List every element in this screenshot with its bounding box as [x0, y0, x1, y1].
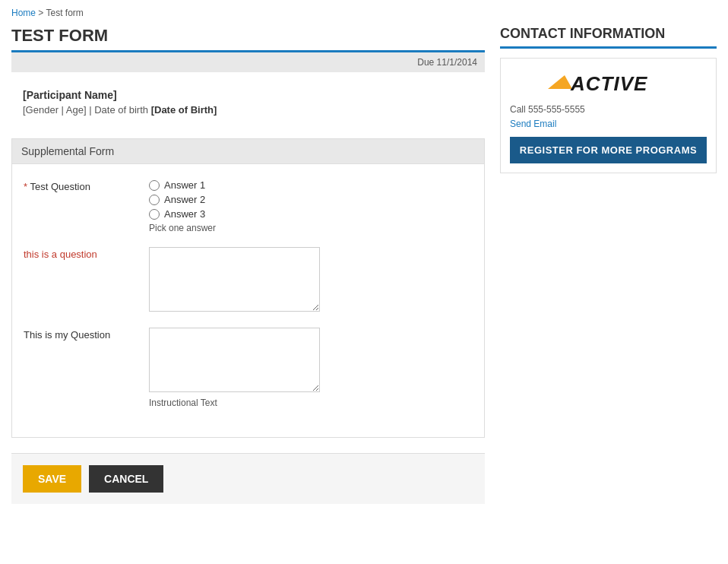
- contact-email[interactable]: Send Email: [510, 118, 707, 129]
- question-2-textarea[interactable]: [149, 247, 320, 312]
- form-body: Test Question Answer 1 Answer 2: [12, 164, 484, 437]
- sidebar-card: ACTIVE Call 555-555-5555 Send Email REGI…: [500, 58, 717, 173]
- breadcrumb-home[interactable]: Home: [11, 8, 36, 18]
- question-1-label: Test Question: [24, 179, 149, 192]
- answer-2-radio[interactable]: [149, 195, 160, 205]
- breadcrumb-current: Test form: [46, 8, 84, 18]
- question-2-control: [149, 247, 473, 314]
- participant-gender-age: [Gender | Age]: [23, 104, 87, 116]
- participant-name: [Participant Name]: [23, 89, 473, 101]
- answer-radio-group: Answer 1 Answer 2 Answer 3: [149, 179, 473, 220]
- participant-details: [Gender | Age] | Date of birth [Date of …: [23, 104, 473, 116]
- page-title: TEST FORM: [11, 26, 485, 52]
- supplemental-form-section: Supplemental Form Test Question Answer 1: [11, 138, 485, 438]
- contact-phone: Call 555-555-5555: [510, 104, 707, 115]
- sidebar-title: CONTACT INFORMATION: [500, 26, 717, 49]
- answer-1-radio[interactable]: [149, 180, 160, 191]
- breadcrumb: Home > Test form: [11, 8, 717, 18]
- register-button[interactable]: REGISTER FOR MORE PROGRAMS: [510, 137, 707, 163]
- answer-1-option[interactable]: Answer 1: [149, 179, 473, 191]
- answer-3-radio[interactable]: [149, 209, 160, 220]
- question-3-row: This is my Question Instructional Text: [24, 328, 473, 408]
- answer-1-label: Answer 1: [164, 179, 205, 191]
- participant-info: [Participant Name] [Gender | Age] | Date…: [11, 81, 485, 127]
- question-3-textarea[interactable]: [149, 328, 320, 392]
- save-button[interactable]: SAVE: [23, 465, 81, 493]
- answer-2-option[interactable]: Answer 2: [149, 194, 473, 205]
- send-email-link[interactable]: Send Email: [510, 119, 556, 129]
- active-logo: ACTIVE: [548, 68, 669, 98]
- question-2-label: this is a question: [24, 247, 149, 260]
- sidebar: CONTACT INFORMATION ACTIVE Call 555-555-…: [500, 26, 717, 504]
- cancel-button[interactable]: CANCEL: [89, 465, 163, 493]
- answer-2-label: Answer 2: [164, 194, 205, 205]
- breadcrumb-separator: >: [38, 8, 43, 18]
- question-2-row: this is a question: [24, 247, 473, 314]
- answer-3-option[interactable]: Answer 3: [149, 208, 473, 220]
- active-logo-wrapper: ACTIVE: [510, 68, 707, 98]
- pick-one-hint: Pick one answer: [149, 223, 473, 233]
- svg-text:ACTIVE: ACTIVE: [570, 72, 647, 95]
- instructional-text: Instructional Text: [149, 398, 473, 408]
- participant-dob-label: | Date of birth: [89, 104, 148, 116]
- form-section-header: Supplemental Form: [12, 139, 484, 164]
- answer-3-label: Answer 3: [164, 208, 205, 220]
- question-3-label: This is my Question: [24, 328, 149, 341]
- main-content: TEST FORM Due 11/1/2014 [Participant Nam…: [11, 26, 485, 504]
- footer-bar: SAVE CANCEL: [11, 453, 485, 504]
- question-1-control: Answer 1 Answer 2 Answer 3: [149, 179, 473, 233]
- question-3-control: Instructional Text: [149, 328, 473, 408]
- due-date-bar: Due 11/1/2014: [11, 52, 485, 72]
- svg-marker-0: [548, 75, 572, 89]
- participant-dob-value: [Date of Birth]: [151, 104, 217, 116]
- question-1-row: Test Question Answer 1 Answer 2: [24, 179, 473, 233]
